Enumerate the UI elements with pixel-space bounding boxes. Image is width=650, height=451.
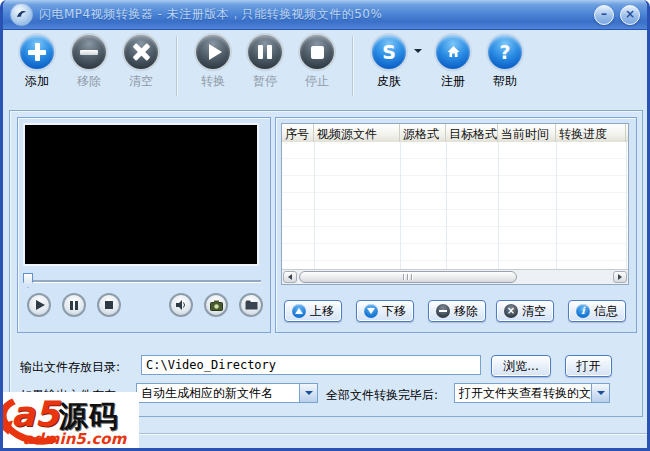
app-icon[interactable] xyxy=(10,3,33,26)
toolbar-skin-button[interactable]: S 皮肤 xyxy=(363,33,415,90)
toolbar-register-button[interactable]: 注册 xyxy=(427,33,479,90)
column-header-filler xyxy=(626,124,631,142)
column-header-source-format[interactable]: 源格式 xyxy=(400,124,446,142)
player-controls xyxy=(23,293,263,323)
queue-panel: 序号 视频源文件 源格式 目标格式 当前时间 转换进度 xyxy=(275,117,637,333)
toolbar-pause-label: 暂停 xyxy=(253,73,277,90)
toolbar-pause-button[interactable]: 暂停 xyxy=(239,33,291,90)
toolbar-register-label: 注册 xyxy=(441,73,465,90)
dropdown-button[interactable] xyxy=(299,384,317,402)
window-title: 闪电MP4视频转换器 - 未注册版本，只能转换视频文件的50% xyxy=(39,6,382,23)
toolbar: 添加 移除 清空 转换 暂停 停止 S 皮肤 xyxy=(11,33,639,105)
skin-icon: S xyxy=(372,35,406,69)
info-label: 信息 xyxy=(594,303,618,320)
scrollbar-thumb[interactable] xyxy=(299,271,517,283)
toolbar-add-button[interactable]: 添加 xyxy=(11,33,63,90)
toolbar-convert-label: 转换 xyxy=(201,73,225,90)
toolbar-separator xyxy=(352,36,354,96)
file-queue-table[interactable]: 序号 视频源文件 源格式 目标格式 当前时间 转换进度 xyxy=(281,123,629,285)
pause-icon xyxy=(248,35,282,69)
seek-track xyxy=(25,280,261,283)
toolbar-clear-label: 清空 xyxy=(129,73,153,90)
column-header-index[interactable]: 序号 xyxy=(282,124,314,142)
video-preview xyxy=(23,123,259,266)
column-header-progress[interactable]: 转换进度 xyxy=(556,124,626,142)
scroll-right-arrow[interactable] xyxy=(613,271,627,283)
player-stop-button[interactable] xyxy=(97,293,121,317)
output-directory-row: 输出文件存放目录: 浏览... 打开 xyxy=(20,355,634,377)
pause-icon xyxy=(70,301,78,310)
table-body[interactable] xyxy=(282,142,628,269)
skin-dropdown-caret-icon[interactable] xyxy=(414,49,422,57)
toolbar-convert-button[interactable]: 转换 xyxy=(187,33,239,90)
toolbar-stop-button[interactable]: 停止 xyxy=(291,33,343,90)
toolbar-remove-label: 移除 xyxy=(77,73,101,90)
clear-queue-button[interactable]: × 清空 xyxy=(496,300,554,322)
watermark-logo: a5 源码 admin5.com xyxy=(3,392,139,451)
remove-icon xyxy=(72,35,106,69)
toolbar-add-label: 添加 xyxy=(25,73,49,90)
scroll-left-arrow[interactable] xyxy=(283,271,297,283)
app-icon-glyph xyxy=(15,8,28,21)
player-open-folder-button[interactable] xyxy=(239,293,263,317)
output-path-input[interactable] xyxy=(141,355,481,375)
player-volume-button[interactable] xyxy=(169,293,193,317)
after-done-value: 打开文件夹查看转换的文件 xyxy=(455,385,591,402)
grid-line xyxy=(626,142,627,269)
toolbar-clear-button[interactable]: 清空 xyxy=(115,33,167,90)
seek-bar[interactable] xyxy=(23,272,263,288)
after-done-label: 全部文件转换完毕后: xyxy=(326,387,438,404)
camera-icon xyxy=(210,300,223,311)
content-frame: 序号 视频源文件 源格式 目标格式 当前时间 转换进度 xyxy=(9,110,643,417)
minimize-button[interactable]: – xyxy=(594,5,614,25)
info-button[interactable]: i 信息 xyxy=(568,300,626,322)
app-window: 闪电MP4视频转换器 - 未注册版本，只能转换视频文件的50% – × 添加 移… xyxy=(0,0,650,451)
toolbar-stop-label: 停止 xyxy=(305,73,329,90)
column-header-source-file[interactable]: 视频源文件 xyxy=(314,124,400,142)
column-header-current-time[interactable]: 当前时间 xyxy=(498,124,556,142)
convert-play-icon xyxy=(196,35,230,69)
add-icon xyxy=(20,35,54,69)
player-snapshot-button[interactable] xyxy=(204,293,228,317)
if-exists-value: 自动生成相应的新文件名 xyxy=(137,385,299,402)
remove-item-button[interactable]: 移除 xyxy=(428,300,486,322)
toolbar-skin-label: 皮肤 xyxy=(377,73,401,90)
move-up-button[interactable]: 上移 xyxy=(284,300,342,322)
grid-line xyxy=(314,142,315,269)
down-arrow-icon xyxy=(364,304,378,318)
open-button[interactable]: 打开 xyxy=(565,355,612,377)
toolbar-separator xyxy=(176,36,178,96)
if-exists-dropdown[interactable]: 自动生成相应的新文件名 xyxy=(136,383,318,403)
after-done-dropdown[interactable]: 打开文件夹查看转换的文件 xyxy=(454,383,610,403)
toolbar-remove-button[interactable]: 移除 xyxy=(63,33,115,90)
clear-queue-label: 清空 xyxy=(522,303,546,320)
dropdown-button[interactable] xyxy=(591,384,609,402)
play-icon xyxy=(36,300,45,310)
chevron-down-icon xyxy=(597,391,605,399)
folder-icon xyxy=(245,300,258,310)
seek-thumb[interactable] xyxy=(23,273,33,288)
grid-line xyxy=(400,142,401,269)
close-button[interactable]: × xyxy=(620,5,640,25)
player-pause-button[interactable] xyxy=(62,293,86,317)
stop-icon xyxy=(300,35,334,69)
remove-item-label: 移除 xyxy=(454,303,478,320)
move-up-label: 上移 xyxy=(310,303,334,320)
toolbar-help-button[interactable]: ? 帮助 xyxy=(479,33,531,90)
x-icon: × xyxy=(504,304,518,318)
watermark-name-text: 源码 xyxy=(59,402,119,431)
move-down-button[interactable]: 下移 xyxy=(356,300,414,322)
browse-button[interactable]: 浏览... xyxy=(491,355,551,377)
home-icon xyxy=(436,35,470,69)
clear-icon xyxy=(124,35,158,69)
player-play-button[interactable] xyxy=(27,293,51,317)
grid-line xyxy=(446,142,447,269)
horizontal-scrollbar[interactable] xyxy=(282,269,628,284)
titlebar: 闪电MP4视频转换器 - 未注册版本，只能转换视频文件的50% – × xyxy=(3,0,647,30)
window-controls: – × xyxy=(594,5,640,25)
help-icon: ? xyxy=(488,35,522,69)
watermark-a5-text: a5 xyxy=(11,398,59,431)
table-header: 序号 视频源文件 源格式 目标格式 当前时间 转换进度 xyxy=(282,124,628,143)
column-header-target-format[interactable]: 目标格式 xyxy=(446,124,498,142)
move-down-label: 下移 xyxy=(382,303,406,320)
